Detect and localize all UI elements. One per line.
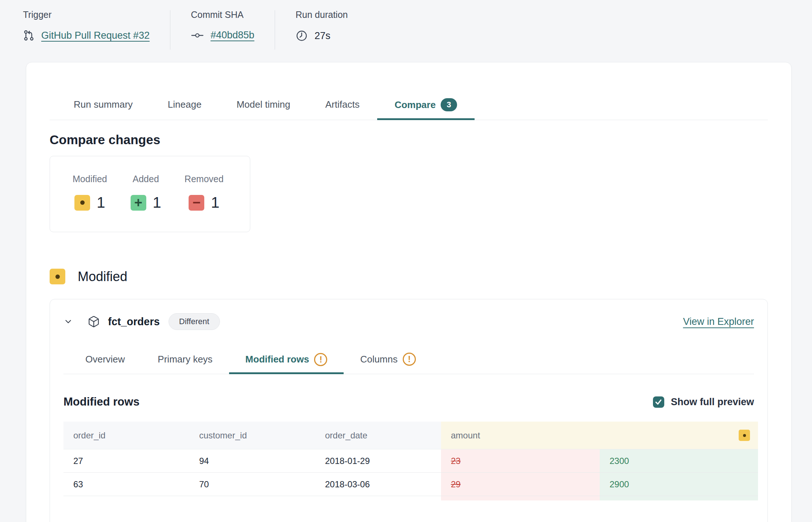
table-row: 63 70 2018-03-06 29 2900 <box>63 473 758 496</box>
trigger-group: Trigger GitHub Pull Request #32 <box>23 9 150 62</box>
cell-order-date: 2018-03-06 <box>315 473 441 496</box>
stat-added: Added + 1 <box>131 174 161 211</box>
cell-amount-new: 2900 <box>600 473 758 496</box>
checkbox-checked-icon[interactable] <box>653 396 664 408</box>
table-header-row: order_id customer_id order_date amount <box>63 422 758 449</box>
stat-removed-value: 1 <box>211 194 219 211</box>
stat-modified-value: 1 <box>97 194 105 211</box>
model-header-row: fct_orders Different View in Explorer <box>63 313 754 330</box>
modified-rows-table: order_id customer_id order_date amount 2… <box>63 422 758 500</box>
cell-customer-id: 94 <box>189 449 315 472</box>
cell-order-id: 63 <box>63 473 189 496</box>
tab-run-summary[interactable]: Run summary <box>56 98 150 120</box>
column-header-order-date: order_date <box>315 422 441 449</box>
column-header-customer-id: customer_id <box>189 422 315 449</box>
cell-order-id: 27 <box>63 449 189 472</box>
run-detail-page: Trigger GitHub Pull Request #32 Commit S… <box>0 0 812 522</box>
modified-group-title: Modified <box>78 269 127 284</box>
compare-stats-box: Modified 1 Added + 1 Removed − 1 <box>50 156 250 232</box>
clock-icon <box>295 30 308 42</box>
modified-icon <box>50 269 65 284</box>
commit-group: Commit SHA #40bd85b <box>191 9 254 62</box>
cell-amount-old: 23 <box>441 449 600 472</box>
warning-icon: ! <box>314 353 327 366</box>
tab-columns[interactable]: Columns ! <box>344 353 432 374</box>
modified-column-icon <box>739 430 750 441</box>
commit-icon <box>191 31 204 40</box>
trigger-label: Trigger <box>23 9 150 20</box>
tab-modified-rows-label: Modified rows <box>245 354 309 365</box>
stat-removed: Removed − 1 <box>185 174 224 211</box>
table-row: 27 94 2018-01-29 23 2300 <box>63 449 758 473</box>
stat-modified-label: Modified <box>73 174 107 184</box>
run-duration-value: 27s <box>314 30 330 42</box>
model-tabs: Overview Primary keys Modified rows ! Co… <box>63 353 754 374</box>
commit-label: Commit SHA <box>191 9 254 20</box>
compare-count-badge: 3 <box>441 98 457 111</box>
pull-request-icon <box>23 30 35 41</box>
added-icon: + <box>131 195 146 211</box>
show-full-preview-toggle[interactable]: Show full preview <box>653 396 754 408</box>
model-cube-icon <box>88 315 100 328</box>
stat-removed-label: Removed <box>185 174 224 184</box>
modified-rows-header: Modified rows Show full preview <box>63 395 754 408</box>
tab-artifacts[interactable]: Artifacts <box>308 98 377 120</box>
trigger-link[interactable]: GitHub Pull Request #32 <box>41 30 150 41</box>
tab-lineage[interactable]: Lineage <box>150 98 219 120</box>
tab-modified-rows[interactable]: Modified rows ! <box>229 353 344 374</box>
stat-added-value: 1 <box>153 194 161 211</box>
duration-label: Run duration <box>295 9 348 20</box>
header-divider <box>275 10 275 50</box>
tab-model-timing[interactable]: Model timing <box>219 98 308 120</box>
run-meta-header: Trigger GitHub Pull Request #32 Commit S… <box>0 0 812 62</box>
stat-modified: Modified 1 <box>73 174 107 211</box>
tab-primary-keys[interactable]: Primary keys <box>141 353 229 374</box>
cell-customer-id: 70 <box>189 473 315 496</box>
column-header-amount: amount <box>441 422 758 449</box>
removed-icon: − <box>189 195 204 211</box>
header-divider <box>170 10 170 50</box>
warning-icon: ! <box>403 353 416 366</box>
run-tabs: Run summary Lineage Model timing Artifac… <box>50 98 768 120</box>
commit-sha-link[interactable]: #40bd85b <box>210 30 254 41</box>
stat-added-label: Added <box>133 174 159 184</box>
table-row-partial <box>63 496 758 500</box>
cell-order-date: 2018-01-29 <box>315 449 441 472</box>
modified-group-header: Modified <box>50 269 768 284</box>
compare-changes-title: Compare changes <box>50 133 768 147</box>
cell-amount-old: 29 <box>441 473 600 496</box>
tab-compare[interactable]: Compare 3 <box>377 98 475 120</box>
chevron-down-icon[interactable] <box>63 317 73 326</box>
cell-amount-new: 2300 <box>600 449 758 472</box>
model-status-badge: Different <box>169 313 220 330</box>
tab-compare-label: Compare <box>395 99 436 111</box>
duration-group: Run duration 27s <box>295 9 348 62</box>
modified-rows-title: Modified rows <box>63 395 139 408</box>
column-header-order-id: order_id <box>63 422 189 449</box>
modified-icon <box>74 195 90 211</box>
amount-header-label: amount <box>451 430 480 441</box>
view-in-explorer-link[interactable]: View in Explorer <box>683 316 754 327</box>
tab-columns-label: Columns <box>360 354 398 365</box>
run-detail-card: Run summary Lineage Model timing Artifac… <box>26 62 792 522</box>
show-full-preview-label: Show full preview <box>671 396 754 408</box>
model-name: fct_orders <box>108 316 160 328</box>
tab-overview[interactable]: Overview <box>69 353 141 374</box>
model-card-fct-orders: fct_orders Different View in Explorer Ov… <box>50 299 768 522</box>
